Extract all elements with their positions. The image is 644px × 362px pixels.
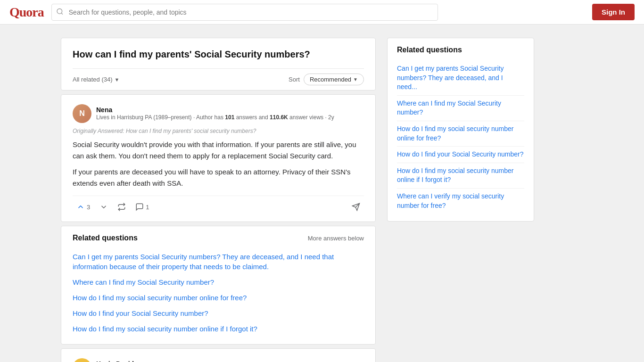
avatar-kevin: 🧔: [73, 358, 91, 362]
question-title: How can I find my parents' Social Securi…: [73, 48, 364, 61]
sidebar-link-5[interactable]: How do I find my social security number …: [397, 163, 524, 189]
question-card: How can I find my parents' Social Securi…: [61, 38, 376, 90]
related-inline-link-5[interactable]: How do I find my social security number …: [73, 321, 364, 337]
author-info-2: Kevin Davidson Receives Social Security …: [96, 360, 364, 362]
search-input[interactable]: [51, 4, 438, 21]
related-inline-link-1[interactable]: Can I get my parents Social Security num…: [73, 249, 364, 274]
downvote-button[interactable]: [96, 200, 112, 214]
avatar-nena: N: [73, 104, 91, 123]
action-bar-1: 3 1: [73, 196, 364, 216]
sidebar-link-2[interactable]: Where can I find my Social Security numb…: [397, 96, 524, 121]
answer-card-1: N Nena Lives in Harrisburg PA (1989–pres…: [61, 94, 376, 222]
comment-button[interactable]: 1: [132, 200, 153, 214]
related-inline-header: Related questions More answers below: [73, 234, 364, 242]
sign-in-button[interactable]: Sign In: [592, 4, 635, 20]
recommended-sort-button[interactable]: Recommended ▼: [304, 74, 364, 85]
author-info-1: Nena Lives in Harrisburg PA (1989–presen…: [96, 106, 364, 122]
header: Quora Sign In: [0, 0, 644, 25]
related-inline-link-3[interactable]: How do I find my social security number …: [73, 290, 364, 305]
page-body: How can I find my parents' Social Securi…: [53, 25, 591, 362]
downvote-icon: [99, 203, 108, 211]
repost-button[interactable]: [114, 200, 130, 214]
sort-bar: All related (34) ▼ Sort Recommended ▼: [73, 68, 364, 90]
sidebar-link-4[interactable]: How do I find your Social Security numbe…: [397, 147, 524, 163]
related-inline-title: Related questions: [73, 234, 138, 242]
header-right: Sign In: [592, 4, 635, 20]
author-name-2[interactable]: Kevin Davidson: [96, 360, 364, 362]
related-inline-link-4[interactable]: How do I find your Social Security numbe…: [73, 305, 364, 321]
sidebar-title: Related questions: [397, 46, 524, 54]
related-inline-link-2[interactable]: Where can I find my Social Security numb…: [73, 274, 364, 290]
repost-icon: [117, 203, 126, 211]
answer-card-2: 🧔 Kevin Davidson Receives Social Securit…: [61, 348, 376, 362]
main-content: How can I find my parents' Social Securi…: [61, 38, 376, 362]
chevron-down-icon: ▼: [115, 77, 120, 82]
answer-text-1: Social Security wouldn't provide you wit…: [73, 139, 364, 189]
sidebar-card: Related questions Can I get my parents S…: [387, 38, 534, 222]
upvote-button[interactable]: 3: [73, 200, 94, 214]
sidebar-link-6[interactable]: Where can I verify my social security nu…: [397, 189, 524, 214]
recommended-label: Recommended: [310, 76, 351, 83]
sidebar: Related questions Can I get my parents S…: [387, 38, 534, 222]
share-button[interactable]: [348, 200, 364, 214]
author-row-1: N Nena Lives in Harrisburg PA (1989–pres…: [73, 104, 364, 123]
upvote-icon: [76, 203, 85, 211]
author-row-2: 🧔 Kevin Davidson Receives Social Securit…: [73, 358, 364, 362]
search-bar: [51, 4, 438, 21]
comment-count: 1: [146, 204, 149, 211]
upvote-count: 3: [87, 204, 90, 211]
more-answers-below: More answers below: [308, 235, 364, 242]
share-icon: [352, 203, 360, 211]
quora-logo[interactable]: Quora: [9, 5, 44, 20]
sidebar-link-1[interactable]: Can I get my parents Social Security num…: [397, 61, 524, 96]
related-inline-card: Related questions More answers below Can…: [61, 226, 376, 345]
all-related-label: All related (34): [73, 76, 113, 83]
sidebar-link-3[interactable]: How do I find my social security number …: [397, 121, 524, 147]
all-related-dropdown[interactable]: All related (34) ▼: [73, 76, 119, 83]
originally-answered-1: Originally Answered: How can I find my p…: [73, 128, 364, 134]
comment-icon: [135, 203, 144, 211]
chevron-down-icon: ▼: [353, 77, 358, 82]
author-name-1[interactable]: Nena: [96, 106, 364, 114]
sort-label: Sort: [289, 76, 300, 83]
sort-right: Sort Recommended ▼: [289, 74, 364, 85]
author-bio-1: Lives in Harrisburg PA (1989–present) · …: [96, 114, 364, 122]
